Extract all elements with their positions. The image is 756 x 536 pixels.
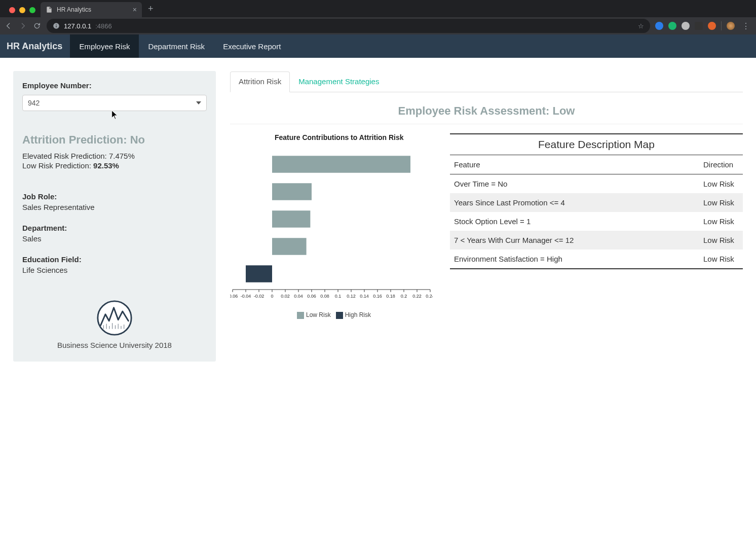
site-info-icon[interactable] — [53, 22, 60, 29]
nav-department-risk[interactable]: Department Risk — [139, 34, 214, 58]
legend-swatch — [297, 312, 304, 319]
tab-attrition-risk[interactable]: Attrition Risk — [230, 72, 290, 92]
table-row: Years Since Last Promotion <= 4Low Risk — [450, 193, 743, 212]
svg-text:0.14: 0.14 — [360, 294, 369, 299]
feature-rows: Over Time = NoLow RiskYears Since Last P… — [450, 174, 743, 269]
employee-number-select[interactable]: 942 — [22, 95, 207, 111]
attrition-prediction-title: Attrition Prediction: No — [22, 133, 207, 147]
url-port: :4866 — [95, 22, 112, 30]
profile-avatar-icon[interactable] — [727, 22, 735, 30]
browser-tab-title: HR Analytics — [57, 6, 91, 13]
svg-text:0.06: 0.06 — [307, 294, 316, 299]
legend-label: Low Risk — [306, 311, 331, 318]
logo-caption: Business Science University 2018 — [22, 341, 207, 349]
feature-contribution-chart: -0.06-0.04-0.0200.020.040.060.080.10.120… — [230, 146, 433, 308]
nav-executive-report[interactable]: Executive Report — [214, 34, 290, 58]
window-close-icon[interactable] — [9, 7, 15, 13]
svg-rect-9 — [272, 156, 410, 172]
app-navbar: HR Analytics Employee Risk Department Ri… — [0, 34, 756, 58]
legend-label: High Risk — [345, 311, 371, 318]
page-icon — [46, 6, 53, 13]
direction-col-header: Direction — [703, 160, 739, 169]
svg-text:0.08: 0.08 — [320, 294, 329, 299]
tab-management-strategies[interactable]: Management Strategies — [290, 72, 388, 92]
direction-cell: Low Risk — [703, 180, 739, 188]
elevated-risk-line: Elevated Risk Prediction: 7.475% — [22, 152, 207, 160]
svg-text:0.02: 0.02 — [281, 294, 290, 299]
svg-text:0.12: 0.12 — [347, 294, 356, 299]
bsu-logo-icon — [96, 300, 133, 336]
feature-table-header: Feature Direction — [450, 155, 743, 174]
education-value: Life Sciences — [22, 266, 207, 274]
extension-icon[interactable] — [695, 22, 703, 30]
extension-icon[interactable] — [668, 22, 676, 30]
job-role-value: Sales Representative — [22, 203, 207, 211]
job-role-label: Job Role: — [22, 192, 207, 201]
chart-legend: Low RiskHigh Risk — [230, 311, 433, 319]
svg-text:0.1: 0.1 — [335, 294, 342, 299]
back-button[interactable] — [4, 21, 13, 30]
elevated-risk-prefix: Elevated Risk Prediction: — [22, 152, 109, 160]
chart-title: Feature Contributions to Attrition Risk — [275, 133, 433, 141]
svg-rect-10 — [272, 183, 312, 200]
department-value: Sales — [22, 234, 207, 243]
direction-cell: Low Risk — [703, 255, 739, 263]
separator — [721, 21, 722, 30]
feature-table-title: Feature Description Map — [450, 133, 743, 155]
employee-number-label: Employee Number: — [22, 81, 207, 90]
forward-button[interactable] — [18, 21, 27, 30]
address-bar[interactable]: 127.0.0.1:4866 ☆ — [47, 19, 650, 33]
feature-cell: 7 < Years With Curr Manager <= 12 — [454, 236, 703, 244]
svg-text:-0.06: -0.06 — [230, 294, 238, 299]
extension-icon[interactable] — [655, 22, 663, 30]
education-label: Education Field: — [22, 255, 207, 264]
nav-employee-risk[interactable]: Employee Risk — [70, 34, 139, 58]
tab-nav: Attrition Risk Management Strategies — [230, 71, 743, 92]
svg-text:0.22: 0.22 — [412, 294, 422, 299]
browser-chrome: HR Analytics × + 127.0.0.1:4866 ☆ — [0, 0, 756, 34]
table-row: 7 < Years With Curr Manager <= 12Low Ris… — [450, 231, 743, 249]
extension-icons: ⋮ — [655, 21, 752, 31]
low-risk-value: 92.53% — [93, 161, 119, 170]
toolbar: 127.0.0.1:4866 ☆ ⋮ — [0, 17, 756, 34]
extension-icon[interactable] — [708, 22, 716, 30]
svg-text:-0.04: -0.04 — [241, 294, 251, 299]
svg-text:0.16: 0.16 — [373, 294, 382, 299]
new-tab-button[interactable]: + — [142, 4, 160, 17]
feature-cell: Environment Satisfaction = High — [454, 255, 703, 263]
svg-text:0.24: 0.24 — [426, 294, 433, 299]
low-risk-line: Low Risk Prediction: 92.53% — [22, 161, 207, 170]
svg-rect-13 — [246, 265, 272, 282]
bookmark-star-icon[interactable]: ☆ — [638, 22, 644, 30]
feature-col-header: Feature — [454, 160, 703, 169]
window-minimize-icon[interactable] — [19, 7, 25, 13]
window-maximize-icon[interactable] — [29, 7, 35, 13]
browser-tab[interactable]: HR Analytics × — [41, 2, 142, 17]
employee-number-value: 942 — [28, 99, 40, 107]
direction-cell: Low Risk — [703, 198, 739, 207]
tab-strip: HR Analytics × + — [0, 0, 756, 17]
logo-wrap: Business Science University 2018 — [22, 300, 207, 349]
url-host: 127.0.0.1 — [64, 22, 91, 30]
svg-rect-11 — [272, 210, 310, 227]
chevron-down-icon — [196, 99, 201, 107]
svg-text:0.04: 0.04 — [294, 294, 303, 299]
feature-cell: Years Since Last Promotion <= 4 — [454, 198, 703, 207]
direction-cell: Low Risk — [703, 217, 739, 226]
reload-button[interactable] — [32, 21, 42, 30]
elevated-risk-value: 7.475% — [109, 152, 135, 160]
browser-menu-icon[interactable]: ⋮ — [740, 21, 752, 31]
feature-cell: Stock Option Level = 1 — [454, 217, 703, 226]
svg-text:0: 0 — [271, 294, 273, 299]
content: Employee Number: 942 Attrition Predictio… — [0, 58, 756, 375]
main-panel: Attrition Risk Management Strategies Emp… — [230, 71, 743, 319]
extension-icon[interactable] — [682, 22, 690, 30]
close-tab-icon[interactable]: × — [133, 6, 137, 14]
feature-cell: Over Time = No — [454, 180, 703, 188]
table-row: Environment Satisfaction = HighLow Risk — [450, 249, 743, 268]
direction-cell: Low Risk — [703, 236, 739, 244]
sidebar-panel: Employee Number: 942 Attrition Predictio… — [13, 71, 216, 362]
chart-block: Feature Contributions to Attrition Risk … — [230, 133, 433, 319]
department-label: Department: — [22, 224, 207, 232]
svg-text:0.18: 0.18 — [386, 294, 395, 299]
